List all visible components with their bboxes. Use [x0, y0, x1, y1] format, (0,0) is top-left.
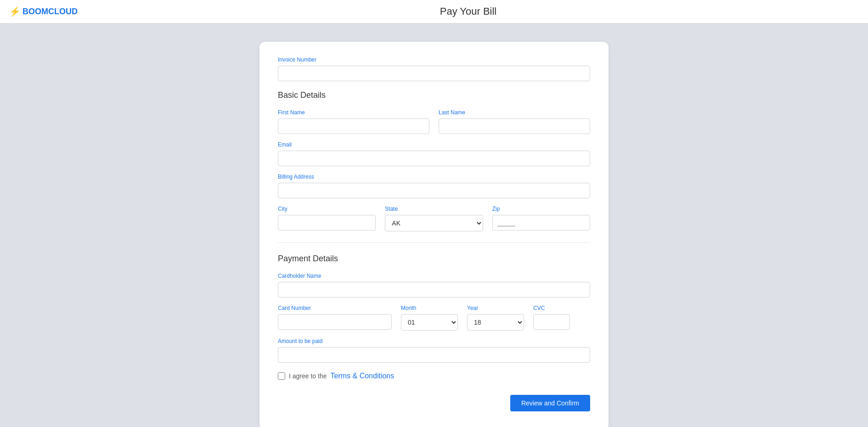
card-number-input[interactable] [278, 314, 392, 330]
logo[interactable]: ⚡ BOOMCLOUD [9, 6, 78, 17]
year-select[interactable]: 18 19 20 21 22 23 24 25 26 27 28 [467, 314, 524, 331]
invoice-number-input[interactable] [278, 66, 590, 81]
header: ⚡ BOOMCLOUD Pay Your Bill [0, 0, 868, 23]
billing-address-label: Billing Address [278, 174, 590, 180]
terms-link[interactable]: Terms & Conditions [331, 372, 395, 380]
billing-address-group: Billing Address [278, 174, 590, 198]
state-label: State [385, 206, 483, 212]
payment-details-title: Payment Details [278, 254, 590, 264]
terms-checkbox[interactable] [278, 372, 285, 380]
cvc-group: CVC [533, 305, 590, 331]
city-group: City [278, 206, 376, 231]
city-label: City [278, 206, 376, 212]
card-number-group: Card Number [278, 305, 392, 331]
month-group: Month 01 02 03 04 05 06 07 08 09 10 11 1… [401, 305, 458, 331]
button-row: Review and Confirm [278, 395, 590, 411]
amount-label: Amount to be paid [278, 338, 590, 344]
cardholder-name-group: Cardholder Name [278, 273, 590, 298]
amount-input[interactable] [278, 347, 590, 363]
month-label: Month [401, 305, 458, 311]
review-confirm-button[interactable]: Review and Confirm [510, 395, 590, 411]
year-group: Year 18 19 20 21 22 23 24 25 26 27 28 [467, 305, 524, 331]
card-details-row: Card Number Month 01 02 03 04 05 06 07 0… [278, 305, 590, 331]
year-label: Year [467, 305, 524, 311]
first-name-group: First Name [278, 109, 429, 134]
section-divider [278, 242, 590, 243]
state-group: State AK AL AZ AR CA CO CT DE FL GA HI I… [385, 206, 483, 231]
billing-address-input[interactable] [278, 183, 590, 198]
name-row: First Name Last Name [278, 109, 590, 134]
amount-group: Amount to be paid [278, 338, 590, 363]
terms-text: I agree to the [289, 372, 327, 380]
page-title: Pay Your Bill [78, 6, 859, 17]
first-name-input[interactable] [278, 118, 429, 134]
logo-text: BOOMCLOUD [23, 7, 78, 17]
last-name-group: Last Name [439, 109, 590, 134]
email-group: Email [278, 141, 590, 166]
zip-label: Zip [492, 206, 590, 212]
zip-input[interactable] [492, 215, 590, 230]
form-card: Invoice Number Basic Details First Name … [259, 42, 609, 427]
cardholder-name-input[interactable] [278, 282, 590, 298]
city-input[interactable] [278, 215, 376, 230]
email-label: Email [278, 141, 590, 148]
cardholder-name-label: Cardholder Name [278, 273, 590, 279]
first-name-label: First Name [278, 109, 429, 116]
last-name-label: Last Name [439, 109, 590, 116]
invoice-number-group: Invoice Number [278, 56, 590, 90]
card-number-label: Card Number [278, 305, 392, 311]
main-content: Invoice Number Basic Details First Name … [0, 23, 868, 427]
email-input[interactable] [278, 151, 590, 166]
state-select[interactable]: AK AL AZ AR CA CO CT DE FL GA HI ID IL I… [385, 215, 483, 231]
zip-group: Zip [492, 206, 590, 231]
cvc-input[interactable] [533, 314, 570, 330]
basic-details-title: Basic Details [278, 90, 590, 100]
terms-row: I agree to the Terms & Conditions [278, 372, 590, 380]
month-select[interactable]: 01 02 03 04 05 06 07 08 09 10 11 12 [401, 314, 458, 331]
cvc-label: CVC [533, 305, 590, 311]
invoice-number-label: Invoice Number [278, 56, 590, 63]
last-name-input[interactable] [439, 118, 590, 134]
city-state-zip-row: City State AK AL AZ AR CA CO CT DE FL GA… [278, 206, 590, 231]
bolt-icon: ⚡ [9, 6, 21, 17]
